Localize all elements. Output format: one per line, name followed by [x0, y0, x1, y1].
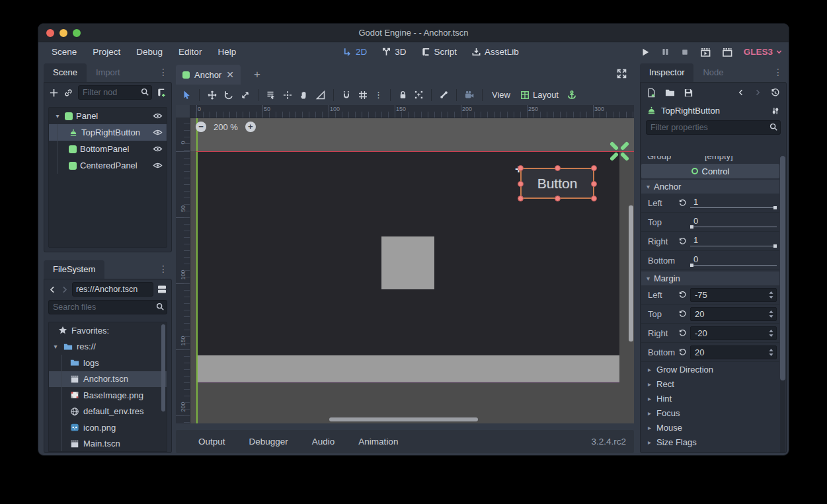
select-tool-icon[interactable]: [181, 90, 192, 100]
resize-handle[interactable]: [518, 196, 524, 201]
anchor-bottom-slider[interactable]: 0: [690, 251, 777, 270]
file-row-baseimage-png[interactable]: BaseImage.png: [49, 387, 167, 404]
bottom-tab-output[interactable]: Output: [186, 437, 237, 447]
resize-handle[interactable]: [591, 181, 597, 187]
scale-tool-icon[interactable]: [240, 90, 251, 100]
selected-button-control[interactable]: + Button: [520, 168, 594, 199]
preview-camera-icon[interactable]: [464, 90, 475, 100]
margin-left-spinbox[interactable]: -75: [690, 288, 777, 302]
menu-project[interactable]: Project: [85, 42, 128, 61]
file-row-icon-png[interactable]: icon.png: [49, 419, 167, 436]
scene-tab-anchor[interactable]: Anchor ✕: [176, 65, 241, 85]
stepper-icon[interactable]: [768, 310, 774, 318]
back-icon[interactable]: [48, 285, 57, 294]
file-row-anchor-tscn[interactable]: Anchor.tscn: [49, 371, 167, 388]
visibility-eye-icon[interactable]: [153, 127, 163, 137]
search-files-input[interactable]: [48, 300, 167, 314]
stop-button[interactable]: [681, 48, 689, 56]
workspace-script-button[interactable]: Script: [421, 47, 457, 57]
section-mouse[interactable]: ▸ Mouse: [641, 420, 779, 435]
section-grow-direction[interactable]: ▸ Grow Direction: [641, 362, 779, 377]
menu-editor[interactable]: Editor: [171, 42, 210, 61]
smart-snap-icon[interactable]: [341, 90, 352, 100]
dock-menu-icon[interactable]: ⋮: [773, 67, 783, 77]
resize-handle[interactable]: [555, 165, 561, 171]
anchor-right-slider[interactable]: 1: [690, 232, 777, 250]
revert-icon[interactable]: [674, 329, 690, 338]
ruler-tool-icon[interactable]: [315, 90, 326, 100]
tree-row-centeredpanel[interactable]: CenteredPanel: [49, 157, 167, 174]
stepper-icon[interactable]: [768, 291, 774, 299]
section-size-flags[interactable]: ▸ Size Flags: [641, 435, 779, 449]
revert-icon[interactable]: [674, 237, 690, 246]
move-tool-icon[interactable]: [207, 90, 217, 100]
tab-scene[interactable]: Scene: [44, 63, 87, 82]
vertical-scrollbar[interactable]: [629, 205, 633, 342]
load-resource-folder-icon[interactable]: [665, 88, 675, 98]
menu-scene[interactable]: Scene: [44, 42, 85, 61]
anchor-top-slider[interactable]: 0: [690, 213, 777, 231]
tab-import[interactable]: Import: [87, 63, 130, 82]
revert-icon[interactable]: [674, 291, 690, 299]
skeleton-bone-icon[interactable]: [439, 90, 449, 100]
margin-bottom-spinbox[interactable]: 20: [690, 345, 777, 359]
revert-icon[interactable]: [674, 199, 690, 207]
snap-options-icon[interactable]: ⋮: [374, 90, 383, 100]
category-control[interactable]: Control: [641, 164, 779, 178]
bottom-tab-audio[interactable]: Audio: [300, 437, 347, 447]
view-menu[interactable]: View: [490, 90, 512, 100]
split-mode-icon[interactable]: [157, 284, 167, 295]
history-back-icon[interactable]: [737, 89, 745, 96]
group-icon[interactable]: [414, 90, 424, 100]
new-resource-icon[interactable]: [647, 88, 656, 98]
save-icon[interactable]: [684, 88, 693, 98]
pan-tool-icon[interactable]: [299, 90, 309, 100]
pause-button[interactable]: [661, 48, 670, 56]
resize-handle[interactable]: [518, 181, 524, 187]
resize-handle[interactable]: [518, 165, 524, 171]
bottom-tab-animation[interactable]: Animation: [346, 437, 410, 447]
tab-inspector[interactable]: Inspector: [640, 63, 693, 82]
file-row-res[interactable]: ▾ res://: [49, 339, 167, 355]
renderer-selector[interactable]: GLES3: [744, 47, 782, 57]
menu-help[interactable]: Help: [210, 42, 244, 61]
scrollbar[interactable]: [161, 324, 165, 412]
margin-top-spinbox[interactable]: 20: [690, 307, 777, 321]
section-focus[interactable]: ▸ Focus: [641, 406, 779, 420]
zoom-in-button[interactable]: +: [245, 122, 256, 132]
workspace-3d-button[interactable]: 3D: [381, 47, 406, 57]
zoom-level[interactable]: 200 %: [214, 122, 238, 132]
tree-row-bottompanel[interactable]: BottomPanel: [49, 141, 167, 157]
collapse-icon[interactable]: ▾: [54, 112, 61, 120]
section-theme[interactable]: ▸ Theme: [641, 449, 779, 452]
bottom-tab-debugger[interactable]: Debugger: [237, 437, 300, 447]
visibility-eye-icon[interactable]: [153, 161, 163, 170]
file-row-main-tscn[interactable]: Main.tscn: [49, 436, 167, 452]
grid-snap-icon[interactable]: [358, 90, 368, 100]
play-custom-scene-button[interactable]: [722, 47, 732, 57]
filter-properties-input[interactable]: [646, 120, 781, 135]
tree-row-toprightbutton[interactable]: TopRightButton: [49, 124, 167, 141]
section-anchor[interactable]: ▾ Anchor: [641, 180, 779, 194]
stepper-icon[interactable]: [768, 348, 774, 357]
play-button[interactable]: [641, 48, 650, 57]
scrollbar[interactable]: [780, 156, 785, 380]
zoom-out-button[interactable]: −: [196, 122, 206, 132]
object-history-icon[interactable]: [770, 88, 780, 98]
file-row-favorites[interactable]: Favorites:: [49, 322, 167, 339]
tab-filesystem[interactable]: FileSystem: [44, 260, 104, 279]
layout-menu[interactable]: Layout: [518, 90, 561, 100]
dock-menu-icon[interactable]: ⋮: [159, 67, 168, 77]
add-node-button[interactable]: [49, 88, 59, 98]
horizontal-scrollbar[interactable]: [329, 417, 478, 421]
anchor-icon[interactable]: [567, 90, 577, 100]
instance-scene-button[interactable]: [63, 88, 73, 98]
menu-debug[interactable]: Debug: [128, 42, 171, 61]
close-icon[interactable]: ✕: [226, 69, 234, 80]
rotate-tool-icon[interactable]: [223, 90, 234, 100]
stepper-icon[interactable]: [768, 329, 774, 338]
pivot-tool-icon[interactable]: [282, 90, 293, 100]
workspace-2d-button[interactable]: 2D: [342, 47, 367, 57]
play-scene-button[interactable]: [700, 47, 711, 57]
revert-icon[interactable]: [674, 348, 690, 357]
